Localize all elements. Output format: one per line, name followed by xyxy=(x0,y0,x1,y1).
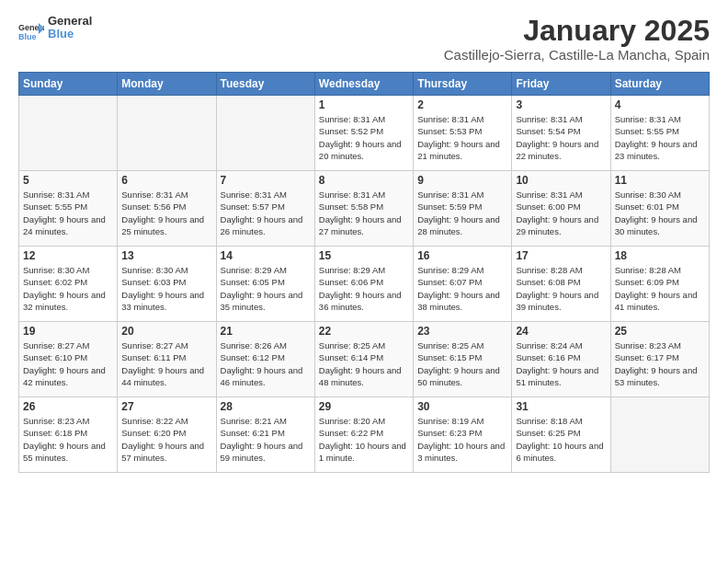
day-info: Sunrise: 8:26 AMSunset: 6:12 PMDaylight:… xyxy=(221,339,311,388)
col-tuesday: Tuesday xyxy=(216,73,314,96)
table-row xyxy=(19,96,118,171)
day-number: 4 xyxy=(615,98,705,111)
table-row: 16Sunrise: 8:29 AMSunset: 6:07 PMDayligh… xyxy=(414,247,512,322)
day-number: 14 xyxy=(221,249,311,262)
day-number: 18 xyxy=(615,249,705,262)
table-row xyxy=(610,397,709,473)
table-row: 5Sunrise: 8:31 AMSunset: 5:55 PMDaylight… xyxy=(19,171,118,247)
table-row: 23Sunrise: 8:25 AMSunset: 6:15 PMDayligh… xyxy=(414,322,512,397)
table-row: 25Sunrise: 8:23 AMSunset: 6:17 PMDayligh… xyxy=(610,322,709,397)
location-title: Castillejo-Sierra, Castille-La Mancha, S… xyxy=(444,47,710,63)
day-info: Sunrise: 8:22 AMSunset: 6:20 PMDaylight:… xyxy=(121,415,211,464)
table-row: 2Sunrise: 8:31 AMSunset: 5:53 PMDaylight… xyxy=(414,96,512,171)
table-row xyxy=(118,96,216,171)
calendar-week-row: 19Sunrise: 8:27 AMSunset: 6:10 PMDayligh… xyxy=(19,322,710,397)
day-info: Sunrise: 8:31 AMSunset: 5:57 PMDaylight:… xyxy=(221,189,311,237)
day-info: Sunrise: 8:29 AMSunset: 6:05 PMDaylight:… xyxy=(221,264,311,313)
table-row: 1Sunrise: 8:31 AMSunset: 5:52 PMDaylight… xyxy=(314,96,413,171)
day-info: Sunrise: 8:24 AMSunset: 6:16 PMDaylight:… xyxy=(516,339,606,388)
month-title: January 2025 xyxy=(444,15,710,47)
day-info: Sunrise: 8:31 AMSunset: 5:55 PMDaylight:… xyxy=(615,113,705,162)
day-info: Sunrise: 8:20 AMSunset: 6:22 PMDaylight:… xyxy=(319,415,409,464)
day-info: Sunrise: 8:31 AMSunset: 6:00 PMDaylight:… xyxy=(516,189,606,237)
day-info: Sunrise: 8:27 AMSunset: 6:11 PMDaylight:… xyxy=(121,339,211,388)
col-sunday: Sunday xyxy=(19,73,118,96)
table-row: 8Sunrise: 8:31 AMSunset: 5:58 PMDaylight… xyxy=(314,171,413,247)
calendar-week-row: 5Sunrise: 8:31 AMSunset: 5:55 PMDaylight… xyxy=(19,171,710,247)
table-row: 7Sunrise: 8:31 AMSunset: 5:57 PMDaylight… xyxy=(216,171,314,247)
day-number: 15 xyxy=(319,249,409,262)
day-info: Sunrise: 8:25 AMSunset: 6:15 PMDaylight:… xyxy=(417,339,507,388)
table-row: 20Sunrise: 8:27 AMSunset: 6:11 PMDayligh… xyxy=(118,322,216,397)
day-number: 22 xyxy=(319,325,409,338)
day-number: 28 xyxy=(221,400,311,413)
col-thursday: Thursday xyxy=(414,73,512,96)
day-info: Sunrise: 8:31 AMSunset: 5:54 PMDaylight:… xyxy=(516,113,606,162)
table-row: 4Sunrise: 8:31 AMSunset: 5:55 PMDaylight… xyxy=(610,96,709,171)
day-info: Sunrise: 8:28 AMSunset: 6:09 PMDaylight:… xyxy=(615,264,705,313)
table-row: 28Sunrise: 8:21 AMSunset: 6:21 PMDayligh… xyxy=(216,397,314,473)
table-row: 15Sunrise: 8:29 AMSunset: 6:06 PMDayligh… xyxy=(314,247,413,322)
header: General Blue General Blue January 2025 C… xyxy=(18,15,710,63)
day-number: 11 xyxy=(615,174,705,187)
col-wednesday: Wednesday xyxy=(314,73,413,96)
table-row: 17Sunrise: 8:28 AMSunset: 6:08 PMDayligh… xyxy=(512,247,610,322)
table-row: 19Sunrise: 8:27 AMSunset: 6:10 PMDayligh… xyxy=(19,322,118,397)
table-row: 10Sunrise: 8:31 AMSunset: 6:00 PMDayligh… xyxy=(512,171,610,247)
table-row: 12Sunrise: 8:30 AMSunset: 6:02 PMDayligh… xyxy=(19,247,118,322)
day-number: 20 xyxy=(121,325,211,338)
table-row: 3Sunrise: 8:31 AMSunset: 5:54 PMDaylight… xyxy=(512,96,610,171)
day-number: 29 xyxy=(319,400,409,413)
day-info: Sunrise: 8:23 AMSunset: 6:18 PMDaylight:… xyxy=(23,415,113,464)
table-row: 29Sunrise: 8:20 AMSunset: 6:22 PMDayligh… xyxy=(314,397,413,473)
day-info: Sunrise: 8:27 AMSunset: 6:10 PMDaylight:… xyxy=(23,339,113,388)
logo-blue-text: Blue xyxy=(48,28,92,40)
col-friday: Friday xyxy=(512,73,610,96)
table-row: 18Sunrise: 8:28 AMSunset: 6:09 PMDayligh… xyxy=(610,247,709,322)
day-info: Sunrise: 8:31 AMSunset: 5:59 PMDaylight:… xyxy=(417,189,507,237)
logo-general-text: General xyxy=(48,15,92,28)
day-info: Sunrise: 8:19 AMSunset: 6:23 PMDaylight:… xyxy=(417,415,507,464)
table-row: 24Sunrise: 8:24 AMSunset: 6:16 PMDayligh… xyxy=(512,322,610,397)
day-number: 10 xyxy=(516,174,606,187)
table-row: 21Sunrise: 8:26 AMSunset: 6:12 PMDayligh… xyxy=(216,322,314,397)
svg-text:Blue: Blue xyxy=(18,32,37,41)
day-info: Sunrise: 8:21 AMSunset: 6:21 PMDaylight:… xyxy=(221,415,311,464)
col-saturday: Saturday xyxy=(610,73,709,96)
logo-icon: General Blue xyxy=(18,21,44,41)
day-number: 23 xyxy=(417,325,507,338)
day-info: Sunrise: 8:31 AMSunset: 5:55 PMDaylight:… xyxy=(23,189,113,237)
day-info: Sunrise: 8:31 AMSunset: 5:58 PMDaylight:… xyxy=(319,189,409,237)
col-monday: Monday xyxy=(118,73,216,96)
day-number: 3 xyxy=(516,98,606,111)
day-number: 26 xyxy=(23,400,113,413)
day-number: 5 xyxy=(23,174,113,187)
day-info: Sunrise: 8:18 AMSunset: 6:25 PMDaylight:… xyxy=(516,415,606,464)
day-info: Sunrise: 8:31 AMSunset: 5:53 PMDaylight:… xyxy=(417,113,507,162)
day-number: 13 xyxy=(121,249,211,262)
day-number: 2 xyxy=(417,98,507,111)
day-info: Sunrise: 8:30 AMSunset: 6:02 PMDaylight:… xyxy=(23,264,113,313)
calendar-table: Sunday Monday Tuesday Wednesday Thursday… xyxy=(18,72,710,473)
day-number: 1 xyxy=(319,98,409,111)
day-number: 6 xyxy=(121,174,211,187)
day-number: 19 xyxy=(23,325,113,338)
day-info: Sunrise: 8:23 AMSunset: 6:17 PMDaylight:… xyxy=(615,339,705,388)
calendar-header-row: Sunday Monday Tuesday Wednesday Thursday… xyxy=(19,73,710,96)
day-info: Sunrise: 8:31 AMSunset: 5:56 PMDaylight:… xyxy=(121,189,211,237)
day-info: Sunrise: 8:29 AMSunset: 6:07 PMDaylight:… xyxy=(417,264,507,313)
day-number: 31 xyxy=(516,400,606,413)
day-info: Sunrise: 8:28 AMSunset: 6:08 PMDaylight:… xyxy=(516,264,606,313)
calendar-week-row: 26Sunrise: 8:23 AMSunset: 6:18 PMDayligh… xyxy=(19,397,710,473)
day-number: 24 xyxy=(516,325,606,338)
day-info: Sunrise: 8:25 AMSunset: 6:14 PMDaylight:… xyxy=(319,339,409,388)
day-info: Sunrise: 8:30 AMSunset: 6:03 PMDaylight:… xyxy=(121,264,211,313)
day-number: 17 xyxy=(516,249,606,262)
logo: General Blue General Blue xyxy=(18,15,92,41)
table-row: 26Sunrise: 8:23 AMSunset: 6:18 PMDayligh… xyxy=(19,397,118,473)
page: General Blue General Blue January 2025 C… xyxy=(0,0,728,482)
day-number: 30 xyxy=(417,400,507,413)
table-row xyxy=(216,96,314,171)
day-number: 7 xyxy=(221,174,311,187)
table-row: 14Sunrise: 8:29 AMSunset: 6:05 PMDayligh… xyxy=(216,247,314,322)
